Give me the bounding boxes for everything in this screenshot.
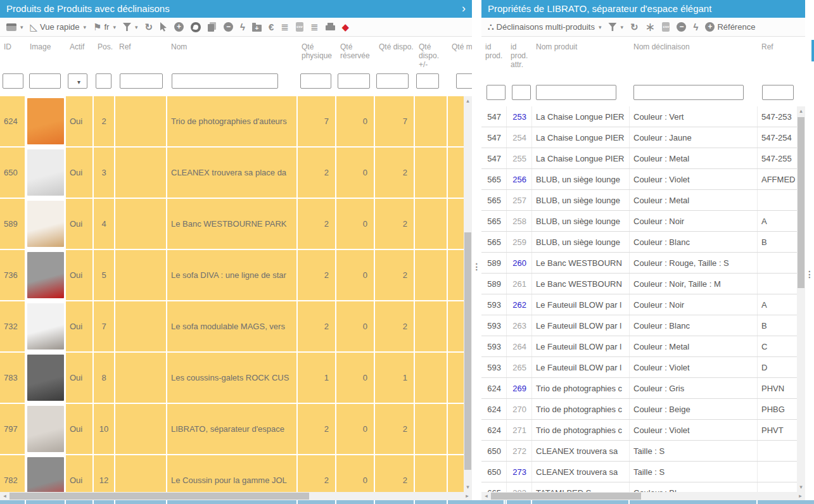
filter-image-input[interactable] bbox=[29, 73, 61, 89]
col-header-id_prod_attr[interactable]: id prod. attr. bbox=[507, 37, 532, 85]
cell-nom-produit[interactable]: CLEANEX trouvera sa bbox=[532, 462, 630, 482]
cell-qte-physique[interactable]: 2 bbox=[298, 455, 336, 492]
cell-pos[interactable]: 12 bbox=[94, 455, 115, 492]
prices-euro-button[interactable]: € bbox=[267, 22, 275, 32]
col-header-qte_minimum[interactable]: Qté minimum bbox=[448, 37, 472, 73]
cell-ref[interactable] bbox=[758, 441, 797, 461]
cell-ref[interactable]: B bbox=[758, 232, 797, 252]
col-header-id_prod[interactable]: id prod. bbox=[481, 37, 507, 85]
prestashop-view-button[interactable] bbox=[189, 22, 202, 32]
cell-ref[interactable] bbox=[115, 301, 167, 353]
ordered-list-button[interactable]: ≣ bbox=[309, 22, 320, 32]
cell-id-prod[interactable]: 593 bbox=[481, 294, 507, 315]
cell-nom[interactable]: Le Banc WESTBOURNE PARK bbox=[167, 199, 298, 250]
cell-ref[interactable]: 547-254 bbox=[758, 127, 797, 148]
cell-qte-minimum[interactable] bbox=[448, 199, 464, 250]
col-header-id[interactable]: ID bbox=[0, 37, 26, 73]
scroll-down-arrow-icon[interactable]: ▾ bbox=[464, 483, 472, 491]
cell-image[interactable] bbox=[26, 404, 66, 455]
cell-nom-declinaison[interactable]: Couleur : Vert bbox=[630, 106, 758, 127]
cell-id-prod[interactable]: 589 bbox=[481, 274, 507, 294]
cell-id-prod[interactable]: 565 bbox=[481, 211, 507, 231]
cell-ref[interactable]: C bbox=[758, 336, 797, 356]
cell-nom[interactable]: Le sofa DIVA : une ligne de star bbox=[167, 250, 298, 301]
combination-row[interactable]: 624271Trio de photographies cCouleur : V… bbox=[481, 420, 797, 441]
cell-actif[interactable]: Oui bbox=[66, 455, 94, 492]
combination-row[interactable]: 624270Trio de photographies cCouleur : B… bbox=[481, 399, 797, 420]
add-product-button[interactable]: + bbox=[173, 22, 185, 32]
col-header-qte_dispo_pm[interactable]: Qté dispo. +/- bbox=[415, 37, 448, 73]
filter-id_prod-input[interactable] bbox=[486, 85, 506, 100]
cell-qte-minimum[interactable] bbox=[448, 353, 464, 404]
cell-id[interactable]: 650 bbox=[0, 148, 26, 199]
language-fr-button[interactable]: ⚑fr▾ bbox=[92, 22, 117, 32]
filter-id_prod_attr-input[interactable] bbox=[512, 85, 531, 100]
cell-id-prod-attr[interactable]: 269 bbox=[507, 378, 532, 398]
cell-id-prod-attr[interactable]: 256 bbox=[507, 169, 532, 189]
chevron-down-icon[interactable]: ▾ bbox=[599, 24, 602, 30]
cell-pos[interactable]: 4 bbox=[94, 199, 115, 250]
cell-image[interactable] bbox=[26, 301, 66, 353]
combination-row[interactable]: 565256BLUB, un siège loungeCouleur : Vio… bbox=[481, 169, 797, 190]
cell-ref[interactable] bbox=[115, 404, 167, 455]
cell-nom-declinaison[interactable]: Couleur : Violet bbox=[630, 357, 758, 377]
cell-id-prod[interactable]: 547 bbox=[481, 106, 507, 127]
hscrollbar-thumb[interactable] bbox=[10, 493, 309, 500]
scroll-left-arrow-icon[interactable]: ◂ bbox=[1, 492, 9, 500]
cell-nom[interactable]: Les coussins-galets ROCK CUS bbox=[167, 353, 298, 404]
filter-qte_minimum-input[interactable] bbox=[456, 73, 472, 89]
cell-id-prod-attr[interactable]: 265 bbox=[507, 357, 532, 377]
ruby-gem-button[interactable]: ◆ bbox=[341, 22, 351, 32]
cell-id[interactable]: 797 bbox=[0, 404, 26, 455]
cell-ref[interactable]: B bbox=[758, 315, 797, 336]
cell-ref[interactable]: PHBG bbox=[758, 399, 797, 419]
filter-nom_produit-input[interactable] bbox=[536, 85, 616, 100]
col-header-actif[interactable]: Actif bbox=[66, 37, 94, 73]
filter-qte_reservee-input[interactable] bbox=[338, 73, 370, 89]
cell-nom-declinaison[interactable]: Couleur : Noir bbox=[630, 294, 758, 315]
combination-row[interactable]: 565257BLUB, un siège loungeCouleur : Met… bbox=[481, 190, 797, 211]
cell-ref[interactable] bbox=[115, 353, 167, 404]
cell-actif[interactable]: Oui bbox=[66, 353, 94, 404]
cell-image[interactable] bbox=[26, 148, 66, 199]
cell-nom-produit[interactable]: Le Banc WESTBOURN bbox=[532, 274, 630, 294]
cell-ref[interactable] bbox=[115, 455, 167, 492]
combination-row[interactable]: 547253La Chaise Longue PIERCouleur : Ver… bbox=[481, 106, 797, 127]
cell-nom-produit[interactable]: Trio de photographies c bbox=[532, 399, 630, 419]
select-cursor-button[interactable] bbox=[158, 22, 169, 32]
cell-nom-declinaison[interactable]: Couleur : Blanc bbox=[630, 232, 758, 252]
cell-qte-dispo-pm[interactable] bbox=[415, 353, 448, 404]
cell-id-prod-attr[interactable]: 258 bbox=[507, 211, 532, 231]
cell-id-prod-attr[interactable]: 257 bbox=[507, 190, 532, 210]
cell-qte-minimum[interactable] bbox=[448, 250, 464, 301]
combination-row[interactable]: 624269Trio de photographies cCouleur : G… bbox=[481, 378, 797, 399]
combination-row[interactable]: 565258BLUB, un siège loungeCouleur : Noi… bbox=[481, 211, 797, 232]
cell-nom-produit[interactable]: TATAMI BED S bbox=[532, 482, 630, 492]
cell-nom-declinaison[interactable]: Taille : S bbox=[630, 441, 758, 461]
cell-qte-reservee[interactable]: 0 bbox=[336, 353, 375, 404]
cell-id[interactable]: 736 bbox=[0, 250, 26, 301]
col-header-ref[interactable]: Ref bbox=[115, 37, 167, 73]
col-header-nom_declinaison[interactable]: Nom déclinaison bbox=[630, 37, 758, 85]
cell-qte-dispo[interactable]: 2 bbox=[375, 455, 415, 492]
cell-qte-reservee[interactable]: 0 bbox=[336, 96, 375, 148]
cell-nom[interactable]: Le sofa modulable MAGS, vers bbox=[167, 301, 298, 353]
combinations-multi-products-button[interactable]: ∴Déclinaisons multi-produits▾ bbox=[486, 22, 602, 32]
cell-nom-produit[interactable]: Le Fauteuil BLOW par l bbox=[532, 357, 630, 377]
cell-qte-dispo-pm[interactable] bbox=[415, 404, 448, 455]
col-header-qte_reservee[interactable]: Qté réservée bbox=[336, 37, 375, 73]
cell-nom-produit[interactable]: BLUB, un siège lounge bbox=[532, 232, 630, 252]
col-header-image[interactable]: Image bbox=[26, 37, 66, 73]
cell-id-prod[interactable]: 650 bbox=[481, 462, 507, 482]
scroll-up-arrow-icon[interactable]: ▴ bbox=[464, 97, 472, 105]
filter-ref-input[interactable] bbox=[762, 85, 794, 100]
cell-id-prod-attr[interactable]: 283 bbox=[507, 482, 532, 492]
cell-nom-declinaison[interactable]: Couleur : Metal bbox=[630, 336, 758, 356]
cell-ref[interactable] bbox=[758, 274, 797, 294]
chevron-down-icon[interactable]: ▾ bbox=[20, 24, 23, 30]
cell-ref[interactable]: PHVT bbox=[758, 420, 797, 440]
properties-vscrollbar[interactable]: ▴ ▾ bbox=[797, 106, 805, 492]
cell-pos[interactable]: 2 bbox=[94, 96, 115, 148]
chevron-down-icon[interactable]: ▾ bbox=[113, 24, 116, 30]
cell-nom-declinaison[interactable]: Couleur : Metal bbox=[630, 190, 758, 210]
